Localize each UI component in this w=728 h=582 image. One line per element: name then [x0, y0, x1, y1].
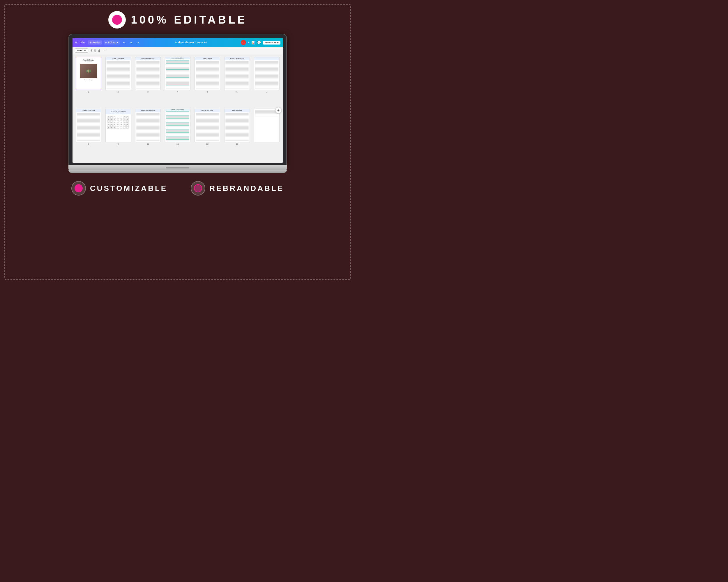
page-item-12[interactable]: INCOME TRACKER — [192, 108, 222, 160]
page-item-11[interactable]: YEARLY EXPENSES — [163, 108, 192, 160]
page-item-7[interactable]: 7 — [252, 56, 282, 108]
page-item-10[interactable]: EXPENSES TRACKER — [133, 108, 163, 160]
cloud-button[interactable]: ☁ — [135, 40, 141, 45]
nsc-grid: 1234567 891011121314 15161718192021 2223… — [107, 115, 130, 129]
more-icon[interactable]: ⋯ — [103, 49, 105, 52]
page-item-6[interactable]: BUDGET WORKSHEET — [222, 56, 252, 108]
page-content-3 — [135, 60, 160, 90]
page-item-3[interactable]: ACCOUNT TRACKER — [133, 56, 163, 108]
page-number-4: 4 — [177, 91, 178, 93]
file-button[interactable]: File — [79, 40, 86, 45]
label-shopping-list: SHOPPING LIST — [129, 163, 155, 163]
comment-icon[interactable]: 💬 — [257, 41, 261, 45]
page-header-2: BANK ACCOUNTS — [106, 57, 131, 60]
toolbar-right: L + 📊 💬 Publish as B — [241, 40, 280, 45]
editable-heading: 100% EDITABLE — [131, 14, 247, 26]
page-item-5[interactable]: ZERO BUDGET — [192, 56, 222, 108]
customizable-item: CUSTOMIZABLE — [71, 181, 167, 196]
page-number-6: 6 — [236, 91, 238, 93]
page-number-8: 8 — [88, 143, 89, 145]
label-online-shopping: ONLINE SHOPPING — [102, 163, 128, 163]
chart-icon[interactable]: 📊 — [251, 41, 255, 45]
page-item-9[interactable]: NO SPEND CHALLENGE 1234567 891011121314 … — [103, 108, 133, 160]
menu-icon[interactable]: ≡ — [75, 40, 77, 45]
page-item-1[interactable]: Financial Budget PLANNER 💵 My planner br… — [74, 56, 103, 108]
page-content-4 — [165, 59, 190, 90]
select-all-button[interactable]: Select all — [75, 48, 88, 53]
delete-icon[interactable]: 🗑 — [98, 49, 101, 52]
rebrandable-label: REBRANDABLE — [209, 184, 284, 193]
laptop-screen: ≡ File ⊕ Resize ✏ Editing ▾ ↩ — [69, 34, 287, 165]
page-thumb-11[interactable]: YEARLY EXPENSES — [165, 109, 190, 142]
header-section: 100% EDITABLE — [0, 0, 355, 29]
page-header-10: EXPENSES TRACKER — [135, 109, 160, 112]
page-thumb-2[interactable]: BANK ACCOUNTS — [105, 57, 131, 90]
page-thumb-9[interactable]: NO SPEND CHALLENGE 1234567 891011121314 … — [105, 109, 131, 142]
page-thumb-7[interactable] — [254, 57, 280, 90]
page-content-12 — [195, 112, 220, 142]
pages-wrapper: Financial Budget PLANNER 💵 My planner br… — [73, 54, 283, 163]
page-number-5: 5 — [207, 91, 208, 93]
page-number-3: 3 — [147, 91, 149, 93]
label-subscriptions: SUBSCRIPTIONS — [75, 163, 100, 163]
page-number-9: 9 — [118, 143, 119, 145]
laptop-notch — [166, 167, 189, 168]
rebrandable-item: REBRANDABLE — [191, 181, 284, 196]
publish-button[interactable]: Publish as B — [263, 41, 280, 45]
page-number-1: 1 — [88, 91, 89, 93]
resize-button[interactable]: ⊕ Resize — [88, 40, 102, 45]
page-item-13[interactable]: BILL TRACKER — [222, 108, 252, 160]
cover-footer: My planner brings it — [84, 79, 93, 81]
page-content-7 — [254, 60, 279, 90]
laptop: ≡ File ⊕ Resize ✏ Editing ▾ ↩ — [69, 34, 287, 173]
page-header-8: SPENDING TRACKER — [76, 109, 101, 112]
add-collaborator-icon[interactable]: + — [248, 41, 250, 44]
undo-button[interactable]: ↩ — [122, 40, 127, 45]
page-thumb-1[interactable]: Financial Budget PLANNER 💵 My planner br… — [76, 57, 101, 90]
page-header-9: NO SPEND CHALLENGE — [106, 109, 131, 114]
copy-icon[interactable]: ⧉ — [94, 49, 96, 52]
page-number-13: 13 — [236, 143, 238, 145]
user-avatar[interactable]: L — [241, 40, 246, 45]
bottom-section: CUSTOMIZABLE REBRANDABLE — [0, 181, 355, 196]
cover-title: Financial Budget — [83, 59, 94, 61]
page-thumb-13[interactable]: BILL TRACKER — [224, 109, 250, 142]
page-item-4[interactable]: MONTHLY BUDGET — [163, 56, 192, 108]
page-item-2[interactable]: BANK ACCOUNTS — [103, 56, 133, 108]
label-bucket-list: BUCKET LIST — [157, 163, 182, 163]
laptop-base — [69, 165, 287, 170]
label-weekly-expenses: WEEKLY EXPENSES — [211, 163, 237, 163]
page-content-5 — [195, 60, 220, 90]
page-thumb-8[interactable]: SPENDING TRACKER — [76, 109, 101, 142]
rebrandable-dot — [194, 184, 202, 192]
page-header-13: BILL TRACKER — [225, 109, 250, 112]
page-content-6 — [225, 60, 250, 90]
customizable-dot — [75, 184, 83, 192]
page-thumb-14[interactable] — [254, 109, 280, 142]
label-family-budget: FAMILY BUDGET — [184, 163, 210, 163]
rebrandable-badge-icon — [191, 181, 205, 196]
export-icon[interactable]: ⬆ — [90, 49, 92, 52]
page-thumb-10[interactable]: EXPENSES TRACKER — [135, 109, 161, 142]
redo-button[interactable]: ↪ — [128, 40, 134, 45]
page-header-12: INCOME TRACKER — [195, 109, 220, 112]
page-thumb-6[interactable]: BUDGET WORKSHEET — [224, 57, 250, 90]
page-item-14[interactable] — [252, 108, 282, 160]
page-thumb-4[interactable]: MONTHLY BUDGET — [165, 57, 190, 90]
page-thumb-3[interactable]: ACCOUNT TRACKER — [135, 57, 161, 90]
page-number-2: 2 — [118, 91, 119, 93]
customizable-badge-icon — [71, 181, 86, 196]
cover-content: Financial Budget PLANNER 💵 My planner br… — [76, 57, 101, 82]
page-thumb-12[interactable]: INCOME TRACKER — [194, 109, 220, 142]
page-thumb-5[interactable]: ZERO BUDGET — [194, 57, 220, 90]
page-content-9: 1234567 891011121314 15161718192021 2223… — [106, 114, 131, 142]
customizable-label: CUSTOMIZABLE — [90, 184, 167, 193]
page-item-8[interactable]: SPENDING TRACKER — [74, 108, 103, 160]
pink-dot-icon — [112, 15, 122, 25]
add-page-button[interactable]: + — [275, 107, 282, 113]
laptop-stand — [69, 170, 287, 173]
page-header-5: ZERO BUDGET — [195, 57, 220, 60]
editing-button[interactable]: ✏ Editing ▾ — [104, 40, 120, 45]
laptop-container: ≡ File ⊕ Resize ✏ Editing ▾ ↩ — [0, 34, 355, 173]
page-content-14 — [254, 109, 279, 142]
